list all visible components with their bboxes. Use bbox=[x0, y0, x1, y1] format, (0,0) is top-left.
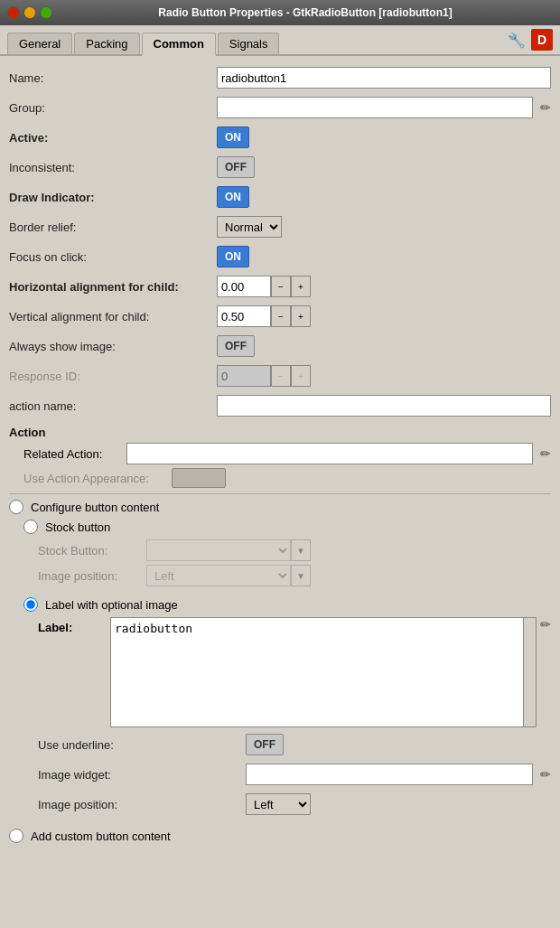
stock-button-select bbox=[146, 539, 291, 561]
tab-signals[interactable]: Signals bbox=[218, 33, 280, 54]
use-action-row: Use Action Appearance: bbox=[23, 468, 551, 488]
tab-general[interactable]: General bbox=[7, 33, 72, 54]
configure-radio-label: Configure button content bbox=[31, 501, 159, 514]
horiz-align-decrement[interactable]: − bbox=[271, 276, 291, 297]
stock-image-position-select: Left bbox=[146, 565, 291, 586]
draw-indicator-toggle[interactable]: ON bbox=[217, 186, 249, 208]
border-relief-select[interactable]: Normal None Half bbox=[217, 216, 282, 238]
horiz-align-label: Horizontal alignment for child: bbox=[9, 280, 217, 294]
vert-align-increment[interactable]: + bbox=[291, 305, 311, 327]
stock-button-row: Stock Button: ▼ bbox=[38, 539, 551, 561]
horiz-align-row: Horizontal alignment for child: − + bbox=[9, 274, 551, 299]
active-toggle[interactable]: ON bbox=[217, 127, 249, 148]
add-custom-radio-label: Add custom button content bbox=[31, 830, 171, 843]
response-id-label: Response ID: bbox=[9, 370, 217, 383]
label-textarea-wrap: radiobutton bbox=[110, 617, 537, 727]
name-input[interactable] bbox=[217, 67, 551, 89]
action-section-header: Action bbox=[9, 426, 551, 439]
image-widget-label: Image widget: bbox=[38, 768, 246, 782]
use-underline-toggle[interactable]: OFF bbox=[246, 734, 284, 755]
draw-indicator-row: Draw Indicator: ON bbox=[9, 184, 551, 210]
label-radio[interactable] bbox=[23, 597, 38, 612]
image-position-row: Image position: Left Right Top Bottom bbox=[38, 792, 551, 817]
red-d-icon[interactable]: D bbox=[531, 29, 553, 51]
action-name-input[interactable] bbox=[217, 395, 551, 417]
image-widget-control: ✏ bbox=[246, 764, 551, 785]
image-widget-edit-icon[interactable]: ✏ bbox=[540, 767, 551, 782]
use-underline-row: Use underline: OFF bbox=[38, 732, 551, 757]
vert-align-spinner: − + bbox=[217, 305, 311, 327]
horiz-align-increment[interactable]: + bbox=[291, 276, 311, 297]
border-relief-dropdown-row: Normal None Half bbox=[217, 216, 282, 238]
focus-on-click-toggle[interactable]: ON bbox=[217, 246, 249, 267]
vert-align-decrement[interactable]: − bbox=[271, 305, 291, 327]
vert-align-input[interactable] bbox=[217, 305, 271, 327]
draw-indicator-label: Draw Indicator: bbox=[9, 191, 217, 204]
tab-common[interactable]: Common bbox=[142, 33, 216, 56]
stock-radio[interactable] bbox=[23, 520, 38, 534]
label-scrollbar[interactable] bbox=[523, 618, 536, 726]
group-input[interactable] bbox=[217, 97, 533, 118]
active-label: Active: bbox=[9, 131, 217, 145]
image-widget-row: Image widget: ✏ bbox=[38, 762, 551, 787]
related-action-edit-icon[interactable]: ✏ bbox=[540, 446, 551, 461]
configure-radio-row: Configure button content bbox=[9, 500, 551, 514]
border-relief-label: Border relief: bbox=[9, 220, 217, 234]
label-radio-label: Label with optional image bbox=[45, 598, 178, 612]
response-id-spinner: − + bbox=[217, 365, 311, 387]
focus-on-click-row: Focus on click: ON bbox=[9, 244, 551, 269]
response-id-row: Response ID: − + bbox=[9, 363, 551, 389]
separator-1 bbox=[9, 493, 551, 494]
image-widget-input[interactable] bbox=[246, 764, 533, 785]
related-action-input[interactable] bbox=[126, 443, 533, 464]
action-name-control bbox=[217, 395, 551, 417]
image-position-select[interactable]: Left Right Top Bottom bbox=[246, 793, 311, 815]
configure-radio[interactable] bbox=[9, 500, 23, 514]
stock-radio-row: Stock button bbox=[23, 520, 551, 534]
image-position-dropdown-row: Left Right Top Bottom bbox=[246, 793, 311, 815]
name-row: Name: bbox=[9, 65, 551, 90]
focus-on-click-control: ON bbox=[217, 246, 551, 267]
use-underline-control: OFF bbox=[246, 734, 551, 755]
focus-on-click-label: Focus on click: bbox=[9, 250, 217, 264]
label-edit-icon[interactable]: ✏ bbox=[540, 617, 551, 632]
always-show-image-row: Always show image: OFF bbox=[9, 333, 551, 359]
stock-image-position-arrow: ▼ bbox=[291, 565, 311, 586]
group-label: Group: bbox=[9, 101, 217, 115]
stock-image-position-label: Image position: bbox=[38, 569, 146, 583]
inconsistent-row: Inconsistent: OFF bbox=[9, 155, 551, 180]
inconsistent-toggle[interactable]: OFF bbox=[217, 156, 255, 178]
add-custom-radio-row: Add custom button content bbox=[9, 829, 551, 843]
horiz-align-spinner: − + bbox=[217, 276, 311, 297]
always-show-image-control: OFF bbox=[217, 335, 551, 357]
add-custom-radio[interactable] bbox=[9, 829, 23, 843]
maximize-button[interactable] bbox=[40, 6, 52, 19]
tab-packing[interactable]: Packing bbox=[74, 33, 139, 54]
name-control bbox=[217, 67, 551, 89]
title-bar: Radio Button Properties - GtkRadioButton… bbox=[0, 0, 560, 25]
related-action-label: Related Action: bbox=[23, 447, 123, 461]
use-action-label: Use Action Appearance: bbox=[23, 472, 168, 485]
always-show-image-toggle[interactable]: OFF bbox=[217, 335, 255, 357]
minimize-button[interactable] bbox=[23, 6, 36, 19]
main-content: Name: Group: ✏ Active: ON Inconsistent: … bbox=[0, 56, 560, 858]
group-control: ✏ bbox=[217, 97, 551, 118]
always-show-image-label: Always show image: bbox=[9, 340, 217, 353]
window-controls[interactable] bbox=[7, 6, 52, 19]
image-position-label: Image position: bbox=[38, 798, 246, 811]
horiz-align-control: − + bbox=[217, 276, 551, 297]
horiz-align-input[interactable] bbox=[217, 276, 271, 297]
response-id-control: − + bbox=[217, 365, 551, 387]
wrench-icon[interactable]: 🔧 bbox=[506, 29, 527, 51]
inconsistent-control: OFF bbox=[217, 156, 551, 178]
stock-image-position-row: Image position: Left ▼ bbox=[38, 565, 551, 586]
label-textarea[interactable]: radiobutton bbox=[111, 618, 523, 726]
close-button[interactable] bbox=[7, 6, 20, 19]
stock-radio-label: Stock button bbox=[45, 520, 110, 534]
action-name-row: action name: bbox=[9, 393, 551, 418]
tab-icon-group: 🔧 D bbox=[506, 29, 553, 54]
group-edit-icon[interactable]: ✏ bbox=[540, 100, 551, 115]
vert-align-row: Vertical alignment for child: − + bbox=[9, 304, 551, 329]
related-action-row: Related Action: ✏ bbox=[23, 443, 551, 464]
image-position-control: Left Right Top Bottom bbox=[246, 793, 551, 815]
